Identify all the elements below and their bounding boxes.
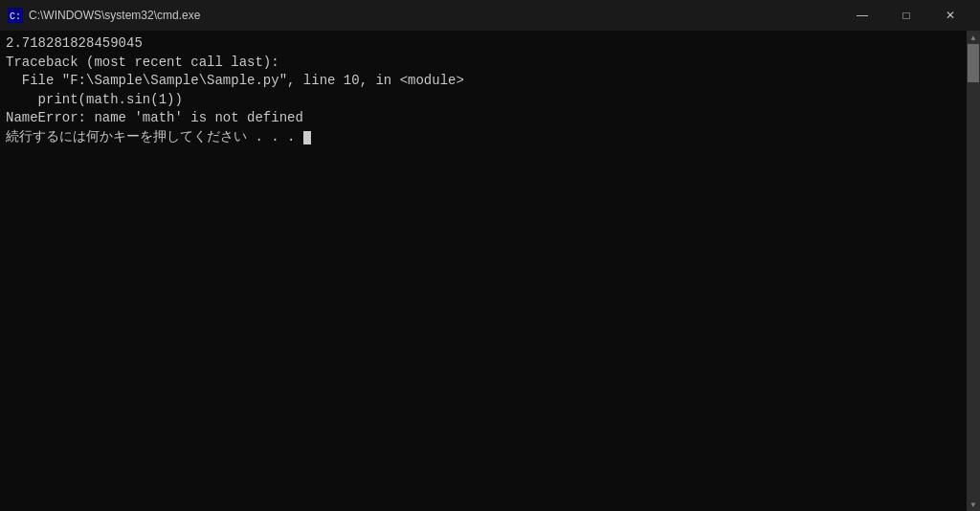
- maximize-button[interactable]: □: [884, 0, 928, 31]
- terminal-line-5: 続行するには何かキーを押してください . . .: [6, 128, 961, 147]
- window-body: 2.718281828459045 Traceback (most recent…: [0, 31, 980, 511]
- title-bar-left: C: C:\WINDOWS\system32\cmd.exe: [8, 8, 200, 23]
- title-bar: C: C:\WINDOWS\system32\cmd.exe — □ ✕: [0, 0, 980, 31]
- terminal-line-1: Traceback (most recent call last):: [6, 54, 961, 73]
- cursor: [303, 131, 311, 144]
- scroll-up-arrow[interactable]: ▲: [967, 31, 980, 44]
- terminal-line-2: File "F:\Sample\Sample\Sample.py", line …: [6, 72, 961, 91]
- cmd-window: C: C:\WINDOWS\system32\cmd.exe — □ ✕ 2.7…: [0, 0, 980, 511]
- window-title: C:\WINDOWS\system32\cmd.exe: [29, 9, 200, 22]
- terminal-line-3: print(math.sin(1)): [6, 91, 961, 110]
- close-button[interactable]: ✕: [928, 0, 972, 31]
- svg-text:C:: C:: [10, 11, 21, 22]
- scrollbar-track[interactable]: [967, 44, 980, 498]
- window-controls: — □ ✕: [840, 0, 972, 31]
- terminal-line-4: NameError: name 'math' is not defined: [6, 109, 961, 128]
- minimize-button[interactable]: —: [840, 0, 884, 31]
- scrollbar-thumb[interactable]: [968, 44, 979, 82]
- cmd-icon: C:: [8, 8, 23, 23]
- scroll-down-arrow[interactable]: ▼: [967, 498, 980, 511]
- terminal-output[interactable]: 2.718281828459045 Traceback (most recent…: [0, 31, 967, 511]
- scrollbar[interactable]: ▲ ▼: [967, 31, 980, 511]
- terminal-line-0: 2.718281828459045: [6, 34, 961, 54]
